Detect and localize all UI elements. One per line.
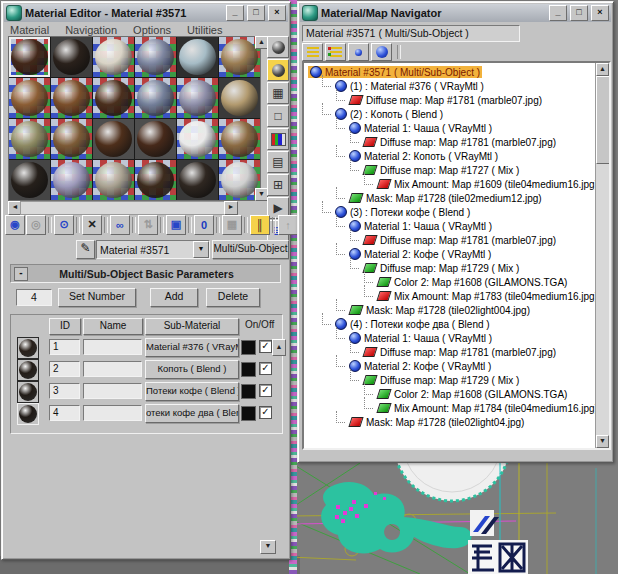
sample-uv-tiling-button[interactable]: □ — [267, 105, 289, 127]
sub-material-button[interactable]: Потеки кофе ( Blend ) — [145, 382, 239, 401]
sample-slot-10[interactable] — [135, 78, 176, 118]
show-end-result-button[interactable]: ║ — [250, 215, 270, 235]
sample-slot-19[interactable] — [9, 160, 50, 200]
tree-node[interactable]: Material 2: Кофе ( VRayMtl ) — [347, 360, 493, 372]
tree-node[interactable]: Mask: Map #1728 (tile02light04.jpg) — [347, 417, 526, 428]
assign-material-to-selection-button[interactable]: ⊙ — [54, 215, 74, 235]
go-to-parent-button[interactable]: ↑ — [278, 215, 298, 235]
tree-vertical-scrollbar[interactable]: ▲ ▼ — [595, 63, 609, 448]
navigator-titlebar[interactable]: Material/Map Navigator _ □ × — [300, 4, 611, 22]
sample-slot-24[interactable] — [219, 160, 260, 200]
add-button[interactable]: Add — [150, 288, 198, 307]
material-type-button[interactable]: Multi/Sub-Object — [212, 240, 289, 259]
tree-scroll-down-button[interactable]: ▼ — [596, 435, 609, 448]
tree-node[interactable]: Diffuse map: Map #1729 ( Mix ) — [361, 375, 521, 386]
tree-node[interactable]: Material 2: Кофе ( VRayMtl ) — [347, 248, 493, 260]
make-unique-button[interactable]: ⇅ — [138, 215, 158, 235]
sub-material-id-field[interactable]: 3 — [49, 383, 80, 399]
minimize-button[interactable]: _ — [549, 5, 567, 21]
sub-material-onoff-checkbox[interactable]: ✓ — [259, 340, 272, 353]
sample-slot-16[interactable] — [135, 119, 176, 159]
tree-node[interactable]: Diffuse map: Map #1781 (marble07.jpg) — [361, 347, 558, 358]
put-material-to-scene-button[interactable]: ◎ — [26, 215, 46, 235]
sub-material-onoff-checkbox[interactable]: ✓ — [259, 362, 272, 375]
material-name-combo[interactable]: Material #3571 ▼ — [96, 240, 210, 259]
tree-scroll-up-button[interactable]: ▲ — [596, 63, 609, 76]
sub-material-button[interactable]: Копоть ( Blend ) — [145, 360, 239, 379]
sub-material-name-field[interactable] — [83, 383, 142, 399]
sample-slot-18[interactable] — [219, 119, 260, 159]
tree-node[interactable]: Diffuse map: Map #1781 (marble07.jpg) — [361, 235, 558, 246]
sub-material-id-field[interactable]: 4 — [49, 405, 80, 421]
sample-slot-17[interactable] — [177, 119, 218, 159]
sub-material-column-button[interactable]: Sub-Material — [145, 318, 239, 335]
tree-node[interactable]: Diffuse map: Map #1781 (marble07.jpg) — [347, 95, 544, 106]
sample-slot-22[interactable] — [135, 160, 176, 200]
sub-material-id-field[interactable]: 2 — [49, 361, 80, 377]
view-list-button[interactable] — [302, 43, 323, 61]
tree-node[interactable]: Material 1: Чаша ( VRayMtl ) — [347, 122, 494, 134]
maximize-button[interactable]: □ — [247, 5, 265, 21]
panel-scroll-down-button[interactable]: ▼ — [260, 540, 276, 554]
tree-scrollbar-thumb[interactable] — [596, 76, 610, 164]
sample-slot-2[interactable] — [51, 37, 92, 77]
tree-node[interactable]: Mix Amount: Map #1609 (tile04medium16.jp… — [375, 179, 595, 190]
make-preview-button[interactable]: ▤ — [267, 151, 289, 173]
sub-material-color-swatch[interactable] — [241, 340, 256, 355]
slots-scroll-right-button[interactable]: ► — [224, 201, 238, 215]
sub-material-onoff-checkbox[interactable]: ✓ — [259, 384, 272, 397]
rollout-header[interactable]: - Multi/Sub-Object Basic Parameters — [10, 264, 281, 283]
tree-node[interactable]: Material 1: Чаша ( VRayMtl ) — [347, 332, 494, 344]
minimize-button[interactable]: _ — [226, 5, 244, 21]
sample-slot-12[interactable] — [219, 78, 260, 118]
tree-node[interactable]: Mix Amount: Map #1783 (tile04medium16.jp… — [375, 291, 595, 302]
tree-node[interactable]: Material 2: Копоть ( VRayMtl ) — [347, 150, 500, 162]
tree-node[interactable]: Mask: Map #1728 (tile02medium12.jpg) — [347, 193, 544, 204]
sample-slot-9[interactable] — [93, 78, 134, 118]
reset-map-mtl-button[interactable]: ✕ — [82, 215, 102, 235]
sample-slot-5[interactable] — [177, 37, 218, 77]
material-editor-options-button[interactable]: ⊞ — [267, 174, 289, 196]
sub-material-thumbnail[interactable] — [17, 403, 39, 425]
material-count-field[interactable]: 4 — [16, 289, 52, 306]
tree-node[interactable]: Color 2: Map #1608 (GILAMONS.TGA) — [375, 277, 569, 288]
sub-material-thumbnail[interactable] — [17, 337, 39, 359]
tree-node[interactable]: (2) : Копоть ( Blend ) — [333, 108, 445, 120]
material-id-channel-button[interactable]: 0 — [194, 215, 214, 235]
view-large-icons-button[interactable] — [371, 43, 392, 61]
material-editor-titlebar[interactable]: Material Editor - Material #3571 _ □ × — [4, 4, 288, 22]
tree-node[interactable]: (4) : Потеки кофе два ( Blend ) — [333, 318, 492, 330]
sample-slot-3[interactable] — [93, 37, 134, 77]
sample-slot-1[interactable] — [9, 37, 50, 77]
backlight-button[interactable] — [267, 59, 289, 81]
sub-material-name-field[interactable] — [83, 361, 142, 377]
background-checker-button[interactable]: ▦ — [267, 82, 289, 104]
close-button[interactable]: × — [591, 5, 609, 21]
sub-material-button[interactable]: Material #376 ( VRayMtl ) — [145, 338, 239, 357]
tree-node[interactable]: Diffuse map: Map #1781 (marble07.jpg) — [361, 137, 558, 148]
pick-material-from-object-button[interactable]: ✎ — [76, 240, 95, 259]
sub-material-thumbnail[interactable] — [17, 381, 39, 403]
delete-button[interactable]: Delete — [206, 288, 260, 307]
get-material-button[interactable]: ◉ — [5, 215, 25, 235]
maximize-button[interactable]: □ — [570, 5, 588, 21]
sample-slot-21[interactable] — [93, 160, 134, 200]
sub-material-color-swatch[interactable] — [241, 406, 256, 421]
set-number-button[interactable]: Set Number — [58, 288, 136, 307]
tree-node[interactable]: (3) : Потеки кофе ( Blend ) — [333, 206, 472, 218]
show-map-in-viewport-button[interactable]: ▦ — [222, 215, 242, 235]
tree-node[interactable]: Mask: Map #1728 (tile02light004.jpg) — [347, 305, 532, 316]
sub-material-button[interactable]: отеки кофе два ( Blend ) — [145, 404, 239, 423]
sample-slot-23[interactable] — [177, 160, 218, 200]
tree-node[interactable]: Color 2: Map #1608 (GILAMONS.TGA) — [375, 389, 569, 400]
list-scroll-up-button[interactable]: ▲ — [272, 339, 286, 356]
sample-slot-13[interactable] — [9, 119, 50, 159]
view-list-plus-icons-button[interactable] — [325, 43, 346, 61]
tree-node[interactable]: Material 1: Чаша ( VRayMtl ) — [347, 220, 494, 232]
sample-slot-4[interactable] — [135, 37, 176, 77]
id-column-button[interactable]: ID — [49, 318, 81, 335]
sub-material-color-swatch[interactable] — [241, 384, 256, 399]
sample-slot-20[interactable] — [51, 160, 92, 200]
sample-slot-15[interactable] — [93, 119, 134, 159]
sub-material-onoff-checkbox[interactable]: ✓ — [259, 406, 272, 419]
